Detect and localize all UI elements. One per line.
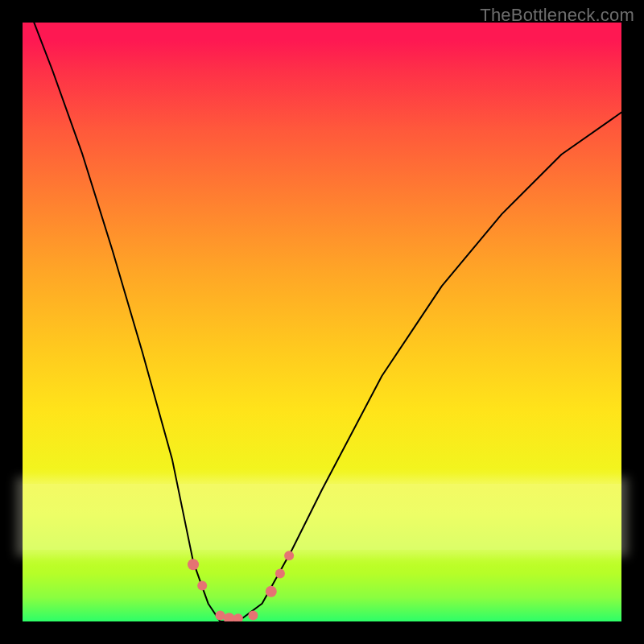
highlight-marker: [224, 613, 235, 621]
highlight-marker: [284, 551, 294, 560]
highlight-marker: [188, 559, 199, 570]
plot-area: [23, 23, 621, 621]
highlight-marker: [197, 580, 207, 590]
curve-layer: [23, 23, 621, 621]
highlight-marker: [275, 569, 285, 579]
marker-group: [188, 551, 294, 621]
highlight-marker: [266, 586, 277, 597]
highlight-marker: [248, 611, 258, 621]
curve-path-group: [23, 23, 621, 621]
chart-frame: TheBottleneck.com: [0, 0, 644, 644]
highlight-marker: [216, 611, 225, 621]
curve-path: [23, 23, 621, 621]
highlight-marker: [233, 613, 243, 621]
watermark-text: TheBottleneck.com: [480, 5, 634, 26]
